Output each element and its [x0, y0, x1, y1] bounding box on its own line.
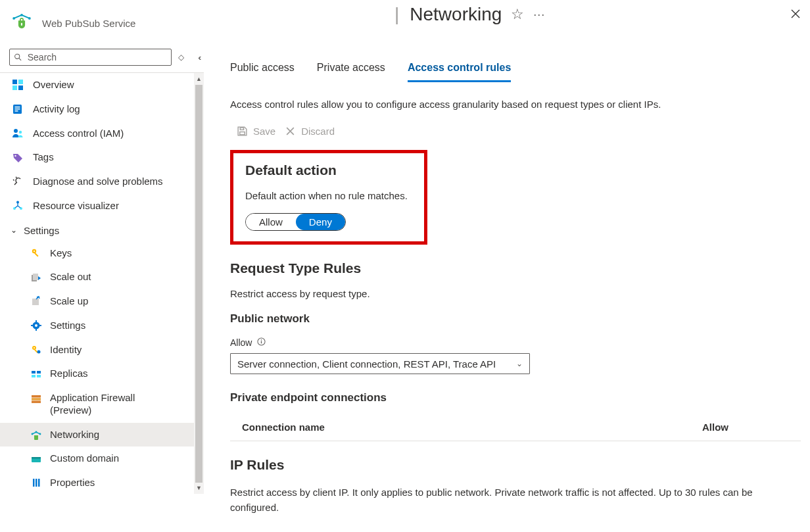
sidebar-item-networking[interactable]: Networking [0, 423, 204, 447]
identity-icon [30, 344, 42, 356]
svg-point-1 [20, 14, 23, 16]
properties-icon [30, 477, 42, 489]
blade-content: | Networking ☆ ··· Public access Private… [204, 0, 810, 532]
svg-rect-50 [36, 479, 37, 487]
sidebar-scrollbar[interactable]: ▲ ▼ [194, 73, 204, 494]
svg-rect-30 [36, 329, 37, 331]
sidebar-item-label: Replicas [50, 368, 88, 380]
sidebar-item-overview[interactable]: Overview [0, 73, 204, 97]
sidebar-item-label: Access control (IAM) [33, 128, 124, 140]
info-icon[interactable] [257, 337, 266, 348]
sidebar-item-label: Tags [33, 151, 54, 164]
blade-header: | Networking ☆ ··· [394, 4, 801, 28]
svg-rect-29 [36, 320, 37, 322]
sidebar-item-label: Resource visualizer [33, 200, 119, 212]
diagnose-icon [12, 176, 24, 187]
svg-rect-25 [33, 274, 38, 280]
sidebar-item-tags[interactable]: Tags [0, 145, 204, 170]
svg-rect-7 [12, 80, 17, 84]
close-icon [790, 9, 801, 19]
scroll-down-icon[interactable]: ▼ [194, 482, 204, 494]
favorite-star-icon[interactable]: ☆ [511, 6, 524, 23]
settings-gear-icon [30, 320, 42, 331]
tab-public-access[interactable]: Public access [230, 62, 295, 82]
sidebar-item-label: Custom domain [50, 452, 119, 465]
svg-point-17 [14, 155, 16, 156]
search-input[interactable] [28, 52, 167, 62]
scale-out-icon [30, 272, 42, 283]
svg-rect-48 [32, 457, 41, 459]
sidebar-item-label: Settings [50, 320, 85, 332]
sidebar-item-iam[interactable]: Access control (IAM) [0, 122, 204, 146]
sidebar-item-custom-domain[interactable]: Custom domain [0, 447, 204, 471]
sidebar-item-identity[interactable]: Identity [0, 338, 204, 362]
close-blade-button[interactable] [790, 7, 801, 22]
allow-request-types-select[interactable]: Server connection, Client connection, RE… [230, 353, 530, 374]
sidebar-item-activity-log[interactable]: Activity log [0, 97, 204, 122]
svg-rect-51 [38, 479, 40, 487]
sidebar-item-resource-visualizer[interactable]: Resource visualizer [0, 194, 204, 218]
svg-point-28 [35, 324, 37, 327]
svg-rect-56 [261, 339, 262, 340]
sidebar-item-properties[interactable]: Properties [0, 471, 204, 495]
svg-rect-40 [37, 375, 41, 377]
column-allow: Allow [702, 422, 728, 433]
activity-log-icon [12, 103, 24, 115]
sidebar-item-diagnose[interactable]: Diagnose and solve problems [0, 170, 204, 194]
custom-domain-icon [30, 453, 42, 465]
sidebar-item-replicas[interactable]: Replicas [0, 362, 204, 386]
keys-icon [30, 247, 42, 259]
ip-rules-description: Restrict access by client IP. It only ap… [230, 485, 801, 516]
tab-private-access[interactable]: Private access [317, 62, 385, 82]
sidebar-item-label: Overview [33, 79, 74, 91]
toggle-deny[interactable]: Deny [296, 214, 345, 230]
more-actions-icon[interactable]: ··· [533, 8, 545, 22]
svg-rect-43 [32, 400, 41, 403]
svg-rect-26 [32, 299, 39, 305]
tab-access-control-rules[interactable]: Access control rules [408, 62, 511, 82]
sidebar-section-settings[interactable]: ⌄ Settings [0, 218, 204, 241]
svg-rect-14 [15, 110, 18, 112]
scrollbar-thumb[interactable] [195, 85, 202, 483]
sidebar-item-scale-out[interactable]: Scale out [0, 265, 204, 289]
discard-button[interactable]: Discard [285, 126, 335, 137]
default-action-description: Default action when no rule matches. [245, 190, 412, 201]
svg-rect-39 [32, 375, 36, 377]
default-action-highlight: Default action Default action when no ru… [230, 150, 427, 245]
scroll-up-icon[interactable]: ▲ [194, 73, 204, 85]
networking-icon [30, 429, 42, 441]
sidebar-item-label: Diagnose and solve problems [33, 176, 163, 188]
sidebar-item-app-firewall[interactable]: Application Firewall (Preview) [0, 386, 204, 423]
svg-point-0 [12, 17, 15, 20]
save-label: Save [253, 126, 275, 137]
search-input-wrapper[interactable] [9, 49, 172, 66]
sidebar-item-label: Activity log [33, 103, 80, 116]
sidebar-item-keys[interactable]: Keys [0, 241, 204, 266]
sidebar-item-settings[interactable]: Settings [0, 314, 204, 338]
svg-rect-53 [240, 128, 243, 130]
svg-point-18 [16, 201, 19, 204]
svg-point-15 [14, 129, 18, 133]
firewall-icon [30, 393, 42, 405]
toolbar: Save Discard [230, 126, 801, 137]
svg-rect-38 [37, 371, 41, 374]
svg-rect-8 [18, 80, 23, 84]
column-connection-name: Connection name [242, 422, 505, 433]
svg-point-45 [36, 431, 37, 433]
visualizer-icon [12, 200, 24, 212]
save-icon [237, 126, 248, 137]
discard-label: Discard [301, 126, 335, 137]
search-expand-icon[interactable]: ◇ [178, 53, 184, 62]
svg-rect-10 [18, 85, 23, 90]
brand: Web PubSub Service [0, 4, 204, 49]
toggle-allow[interactable]: Allow [246, 214, 296, 230]
sidebar: Web PubSub Service ◇ ‹‹ Overview Activit… [0, 0, 204, 532]
private-endpoint-label: Private endpoint connections [230, 391, 801, 404]
svg-rect-32 [39, 325, 41, 326]
search-icon [14, 53, 22, 62]
save-button[interactable]: Save [237, 126, 275, 137]
brand-label: Web PubSub Service [42, 18, 135, 29]
svg-point-22 [34, 251, 35, 252]
sidebar-item-scale-up[interactable]: Scale up [0, 289, 204, 314]
allow-label: Allow [230, 337, 252, 348]
